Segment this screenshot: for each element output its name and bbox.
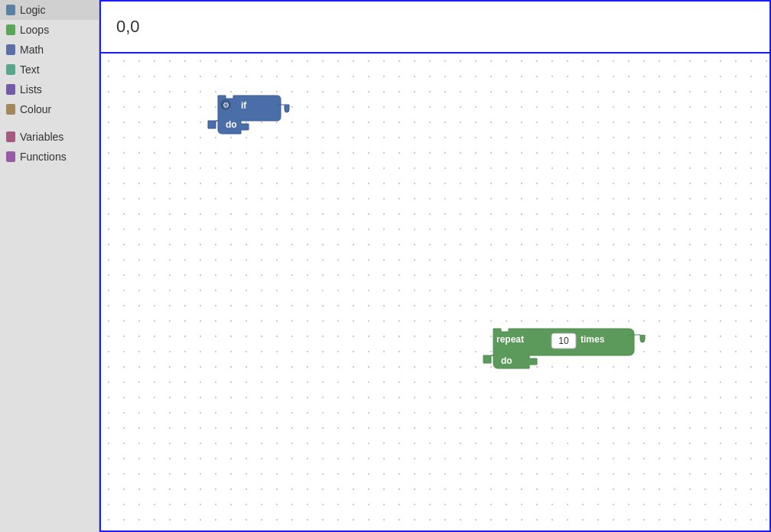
- sidebar-label-colour: Colour: [20, 103, 51, 115]
- sidebar: Logic Loops Math Text Lists Colour Varia…: [0, 0, 99, 532]
- sidebar-item-logic[interactable]: Logic: [0, 0, 99, 20]
- logic-color: [6, 5, 15, 15]
- sidebar-item-text[interactable]: Text: [0, 60, 99, 79]
- math-color: [6, 44, 15, 55]
- lists-color: [6, 84, 15, 95]
- sidebar-item-colour[interactable]: Colour: [0, 99, 99, 119]
- svg-text:do: do: [501, 355, 512, 366]
- loops-color: [6, 24, 15, 35]
- sidebar-label-lists: Lists: [20, 83, 42, 96]
- if-block-svg: ⚙ if do: [212, 96, 285, 149]
- sidebar-label-loops: Loops: [20, 24, 49, 36]
- functions-color: [6, 151, 15, 162]
- sidebar-item-loops[interactable]: Loops: [0, 20, 99, 40]
- main-area: 0,0 ⚙ if do: [99, 0, 771, 532]
- sidebar-label-math: Math: [20, 44, 44, 56]
- repeat-block-svg: repeat 10 times do: [487, 329, 640, 382]
- repeat-block[interactable]: repeat 10 times do: [487, 329, 629, 378]
- if-label: if: [241, 100, 247, 111]
- colour-color: [6, 104, 15, 115]
- svg-text:do: do: [226, 119, 237, 130]
- svg-text:times: times: [581, 334, 605, 345]
- sidebar-item-lists[interactable]: Lists: [0, 79, 99, 99]
- coordinates-display: 0,0: [116, 17, 140, 37]
- coord-bar: 0,0: [99, 0, 771, 54]
- if-block[interactable]: ⚙ if do: [212, 96, 281, 145]
- sidebar-item-functions[interactable]: Functions: [0, 147, 99, 167]
- sidebar-item-math[interactable]: Math: [0, 40, 99, 60]
- svg-text:repeat: repeat: [496, 334, 524, 345]
- sidebar-label-text: Text: [20, 63, 40, 76]
- text-color: [6, 64, 15, 75]
- sidebar-label-logic: Logic: [20, 4, 45, 16]
- sidebar-label-functions: Functions: [20, 151, 67, 163]
- variables-color: [6, 131, 15, 142]
- canvas-area[interactable]: ⚙ if do repeat 10: [99, 54, 771, 532]
- sidebar-label-variables: Variables: [20, 131, 63, 143]
- svg-text:10: 10: [558, 336, 569, 346]
- svg-text:⚙: ⚙: [223, 101, 229, 109]
- sidebar-item-variables[interactable]: Variables: [0, 127, 99, 147]
